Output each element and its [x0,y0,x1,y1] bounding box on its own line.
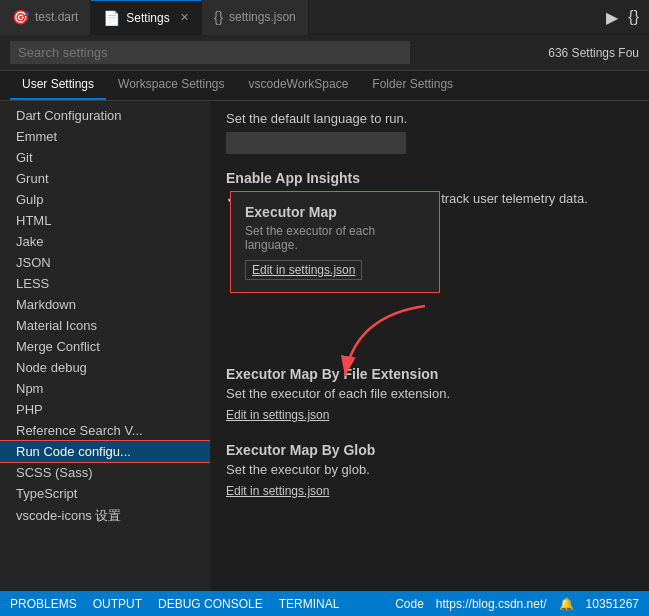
sidebar-item-typescript[interactable]: TypeScript [0,483,210,504]
search-bar: 636 Settings Fou [0,35,649,71]
sidebar-item-material[interactable]: Material Icons [0,315,210,336]
sidebar-item-run-code[interactable]: Run Code configu... [0,441,210,462]
tab-label: test.dart [35,10,78,24]
status-user-id[interactable]: 10351267 [586,597,639,611]
settings-file-icon: 📄 [103,10,120,26]
json-icon: {} [214,9,223,25]
status-debug-console[interactable]: DEBUG CONSOLE [158,597,263,611]
tab-label: Settings [126,11,169,25]
tab-workspace-settings[interactable]: Workspace Settings [106,70,237,100]
search-count: 636 Settings Fou [548,46,639,60]
close-icon[interactable]: ✕ [180,11,189,24]
content-area: Set the default language to run. Enable … [210,101,649,591]
tab-settings-json[interactable]: {} settings.json [202,0,309,35]
sidebar-item-dart[interactable]: Dart Configuration [0,105,210,126]
executor-glob-title: Executor Map By Glob [226,442,633,458]
status-terminal[interactable]: TERMINAL [279,597,340,611]
sidebar-item-node-debug[interactable]: Node debug [0,357,210,378]
enable-insights-title: Enable App Insights [226,170,633,186]
search-input[interactable] [10,41,410,64]
sidebar-item-reference[interactable]: Reference Search V... [0,420,210,441]
sidebar-item-php[interactable]: PHP [0,399,210,420]
sidebar: Dart Configuration Emmet Git Grunt Gulp … [0,101,210,591]
default-lang-desc: Set the default language to run. [226,111,633,126]
executor-map-edit-link[interactable]: Edit in settings.json [245,260,362,280]
executor-map-title: Executor Map [245,204,425,220]
tab-user-settings[interactable]: User Settings [10,70,106,100]
sidebar-item-grunt[interactable]: Grunt [0,168,210,189]
sidebar-item-json[interactable]: JSON [0,252,210,273]
status-url[interactable]: https://blog.csdn.net/ [436,597,547,611]
sidebar-item-emmet[interactable]: Emmet [0,126,210,147]
sidebar-item-less[interactable]: LESS [0,273,210,294]
executor-glob-desc: Set the executor by glob. [226,462,633,477]
executor-map-popup: Executor Map Set the executor of each la… [230,191,440,293]
title-bar: 🎯 test.dart 📄 Settings ✕ {} settings.jso… [0,0,649,35]
format-icon[interactable]: {} [628,8,639,26]
sidebar-item-jake[interactable]: Jake [0,231,210,252]
executor-map-desc: Set the executor of each language. [245,224,425,252]
status-bar: PROBLEMS OUTPUT DEBUG CONSOLE TERMINAL C… [0,591,649,616]
status-right: Code https://blog.csdn.net/ 🔔 10351267 [395,597,639,611]
run-icon[interactable]: ▶ [606,8,618,27]
title-bar-actions: ▶ {} [606,8,649,27]
executor-glob-edit-link[interactable]: Edit in settings.json [226,484,329,498]
sidebar-item-merge-conflict[interactable]: Merge Conflict [0,336,210,357]
executor-map-ext-desc: Set the executor of each file extension. [226,386,633,401]
executor-map-ext-edit-link[interactable]: Edit in settings.json [226,408,329,422]
settings-tabs: User Settings Workspace Settings vscodeW… [0,71,649,101]
sidebar-item-vscode-icons[interactable]: vscode-icons 设置 [0,504,210,528]
dart-icon: 🎯 [12,9,29,25]
sidebar-item-npm[interactable]: Npm [0,378,210,399]
tab-vscodeworkspace[interactable]: vscodeWorkSpace [237,70,361,100]
status-problems[interactable]: PROBLEMS [10,597,77,611]
executor-glob-section: Executor Map By Glob Set the executor by… [226,442,633,498]
status-output[interactable]: OUTPUT [93,597,142,611]
tab-settings[interactable]: 📄 Settings ✕ [91,0,201,35]
sidebar-item-markdown[interactable]: Markdown [0,294,210,315]
status-bell-icon[interactable]: 🔔 [559,597,574,611]
default-lang-section: Set the default language to run. [226,111,633,154]
sidebar-item-git[interactable]: Git [0,147,210,168]
executor-map-ext-title: Executor Map By File Extension [226,366,633,382]
executor-map-ext-section: Executor Map By File Extension Set the e… [226,366,633,422]
sidebar-item-gulp[interactable]: Gulp [0,189,210,210]
lang-input-placeholder [226,132,406,154]
main-content: Dart Configuration Emmet Git Grunt Gulp … [0,101,649,591]
tab-test-dart[interactable]: 🎯 test.dart [0,0,91,35]
tab-label: settings.json [229,10,296,24]
sidebar-item-html[interactable]: HTML [0,210,210,231]
status-code[interactable]: Code [395,597,424,611]
tab-folder-settings[interactable]: Folder Settings [360,70,465,100]
sidebar-item-scss[interactable]: SCSS (Sass) [0,462,210,483]
